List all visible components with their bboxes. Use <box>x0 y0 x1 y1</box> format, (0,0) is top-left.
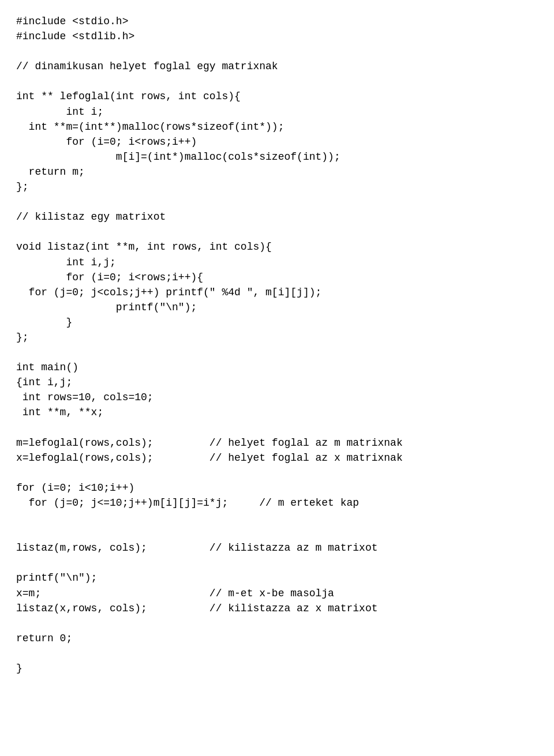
code-content: #include <stdio.h> #include <stdlib.h> /… <box>16 14 538 676</box>
